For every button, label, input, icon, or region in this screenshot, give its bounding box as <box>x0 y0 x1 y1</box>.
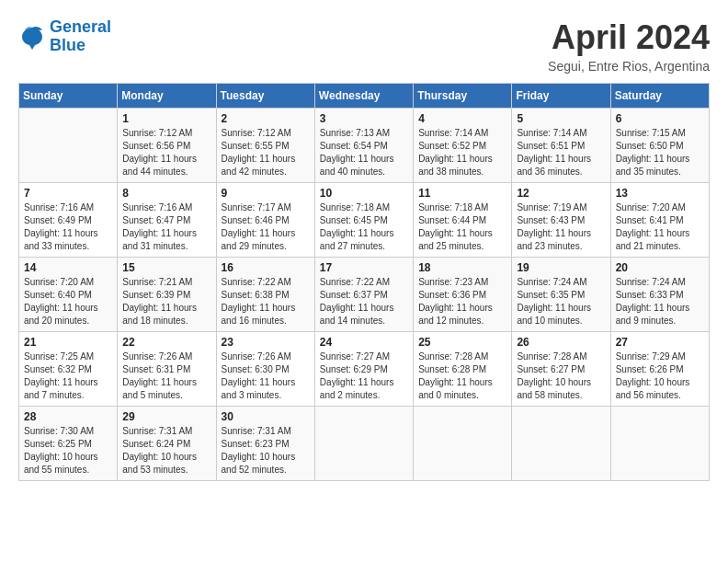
calendar-cell <box>314 407 413 481</box>
weekday-header-monday: Monday <box>118 84 216 109</box>
day-number: 30 <box>222 410 310 423</box>
logo-icon <box>18 24 46 50</box>
day-info: Sunrise: 7:17 AM Sunset: 6:46 PM Dayligh… <box>222 201 310 253</box>
calendar-week-row: 21Sunrise: 7:25 AM Sunset: 6:32 PM Dayli… <box>19 332 710 407</box>
day-info: Sunrise: 7:16 AM Sunset: 6:49 PM Dayligh… <box>24 201 112 253</box>
calendar-cell <box>610 407 709 481</box>
weekday-header-saturday: Saturday <box>610 84 709 109</box>
day-info: Sunrise: 7:29 AM Sunset: 6:26 PM Dayligh… <box>616 350 704 402</box>
day-number: 20 <box>616 261 704 274</box>
day-number: 21 <box>24 336 112 349</box>
day-number: 7 <box>24 187 112 200</box>
day-info: Sunrise: 7:28 AM Sunset: 6:28 PM Dayligh… <box>418 350 506 402</box>
day-info: Sunrise: 7:15 AM Sunset: 6:50 PM Dayligh… <box>616 127 704 178</box>
day-number: 5 <box>517 112 605 125</box>
calendar-cell: 2Sunrise: 7:12 AM Sunset: 6:55 PM Daylig… <box>216 109 314 183</box>
day-number: 17 <box>320 261 408 274</box>
calendar-table: SundayMondayTuesdayWednesdayThursdayFrid… <box>18 83 710 481</box>
day-info: Sunrise: 7:26 AM Sunset: 6:31 PM Dayligh… <box>122 350 210 402</box>
calendar-subtitle: Segui, Entre Rios, Argentina <box>548 59 710 74</box>
day-info: Sunrise: 7:30 AM Sunset: 6:25 PM Dayligh… <box>24 425 112 477</box>
day-number: 9 <box>222 187 310 200</box>
day-number: 27 <box>616 336 704 349</box>
day-number: 19 <box>517 261 605 274</box>
day-number: 2 <box>222 112 310 125</box>
calendar-cell: 20Sunrise: 7:24 AM Sunset: 6:33 PM Dayli… <box>610 258 709 332</box>
day-number: 3 <box>320 112 408 125</box>
calendar-cell: 22Sunrise: 7:26 AM Sunset: 6:31 PM Dayli… <box>118 332 216 407</box>
calendar-cell: 28Sunrise: 7:30 AM Sunset: 6:25 PM Dayli… <box>19 407 118 481</box>
calendar-cell: 18Sunrise: 7:23 AM Sunset: 6:36 PM Dayli… <box>414 258 512 332</box>
day-info: Sunrise: 7:28 AM Sunset: 6:27 PM Dayligh… <box>517 350 605 402</box>
day-number: 6 <box>616 112 704 125</box>
day-number: 24 <box>320 336 408 349</box>
weekday-header-sunday: Sunday <box>19 84 118 109</box>
day-number: 29 <box>122 410 210 423</box>
logo-text: General Blue <box>50 18 111 55</box>
day-number: 8 <box>122 187 210 200</box>
calendar-cell <box>512 407 610 481</box>
day-info: Sunrise: 7:31 AM Sunset: 6:23 PM Dayligh… <box>222 425 310 477</box>
calendar-cell: 3Sunrise: 7:13 AM Sunset: 6:54 PM Daylig… <box>314 109 413 183</box>
calendar-cell: 5Sunrise: 7:14 AM Sunset: 6:51 PM Daylig… <box>512 109 610 183</box>
calendar-cell: 17Sunrise: 7:22 AM Sunset: 6:37 PM Dayli… <box>314 258 413 332</box>
day-info: Sunrise: 7:16 AM Sunset: 6:47 PM Dayligh… <box>122 201 210 253</box>
weekday-header-tuesday: Tuesday <box>216 84 314 109</box>
calendar-cell: 6Sunrise: 7:15 AM Sunset: 6:50 PM Daylig… <box>610 109 709 183</box>
weekday-header-row: SundayMondayTuesdayWednesdayThursdayFrid… <box>19 84 710 109</box>
day-number: 14 <box>24 261 112 274</box>
calendar-cell: 24Sunrise: 7:27 AM Sunset: 6:29 PM Dayli… <box>314 332 413 407</box>
calendar-cell: 25Sunrise: 7:28 AM Sunset: 6:28 PM Dayli… <box>414 332 512 407</box>
calendar-cell <box>414 407 512 481</box>
header: General Blue April 2024 Segui, Entre Rio… <box>18 18 710 74</box>
calendar-cell: 7Sunrise: 7:16 AM Sunset: 6:49 PM Daylig… <box>19 183 118 258</box>
day-info: Sunrise: 7:18 AM Sunset: 6:45 PM Dayligh… <box>320 201 408 253</box>
day-info: Sunrise: 7:19 AM Sunset: 6:43 PM Dayligh… <box>517 201 605 253</box>
day-info: Sunrise: 7:13 AM Sunset: 6:54 PM Dayligh… <box>320 127 408 178</box>
calendar-cell: 4Sunrise: 7:14 AM Sunset: 6:52 PM Daylig… <box>414 109 512 183</box>
day-number: 13 <box>616 187 704 200</box>
calendar-cell: 12Sunrise: 7:19 AM Sunset: 6:43 PM Dayli… <box>512 183 610 258</box>
day-info: Sunrise: 7:12 AM Sunset: 6:55 PM Dayligh… <box>222 127 310 178</box>
weekday-header-thursday: Thursday <box>414 84 512 109</box>
weekday-header-friday: Friday <box>512 84 610 109</box>
day-info: Sunrise: 7:26 AM Sunset: 6:30 PM Dayligh… <box>222 350 310 402</box>
calendar-cell: 8Sunrise: 7:16 AM Sunset: 6:47 PM Daylig… <box>118 183 216 258</box>
day-number: 26 <box>517 336 605 349</box>
calendar-cell: 19Sunrise: 7:24 AM Sunset: 6:35 PM Dayli… <box>512 258 610 332</box>
day-info: Sunrise: 7:18 AM Sunset: 6:44 PM Dayligh… <box>418 201 506 253</box>
calendar-cell: 1Sunrise: 7:12 AM Sunset: 6:56 PM Daylig… <box>118 109 216 183</box>
calendar-title: April 2024 <box>548 18 710 57</box>
day-number: 15 <box>122 261 210 274</box>
day-info: Sunrise: 7:23 AM Sunset: 6:36 PM Dayligh… <box>418 276 506 327</box>
calendar-week-row: 7Sunrise: 7:16 AM Sunset: 6:49 PM Daylig… <box>19 183 710 258</box>
day-number: 23 <box>222 336 310 349</box>
logo: General Blue <box>18 18 111 55</box>
day-number: 28 <box>24 410 112 423</box>
calendar-cell <box>19 109 118 183</box>
weekday-header-wednesday: Wednesday <box>314 84 413 109</box>
calendar-cell: 15Sunrise: 7:21 AM Sunset: 6:39 PM Dayli… <box>118 258 216 332</box>
day-info: Sunrise: 7:14 AM Sunset: 6:52 PM Dayligh… <box>418 127 506 178</box>
calendar-cell: 14Sunrise: 7:20 AM Sunset: 6:40 PM Dayli… <box>19 258 118 332</box>
calendar-cell: 23Sunrise: 7:26 AM Sunset: 6:30 PM Dayli… <box>216 332 314 407</box>
day-number: 16 <box>222 261 310 274</box>
day-info: Sunrise: 7:22 AM Sunset: 6:37 PM Dayligh… <box>320 276 408 327</box>
calendar-cell: 16Sunrise: 7:22 AM Sunset: 6:38 PM Dayli… <box>216 258 314 332</box>
calendar-cell: 29Sunrise: 7:31 AM Sunset: 6:24 PM Dayli… <box>118 407 216 481</box>
day-info: Sunrise: 7:14 AM Sunset: 6:51 PM Dayligh… <box>517 127 605 178</box>
day-number: 10 <box>320 187 408 200</box>
day-number: 25 <box>418 336 506 349</box>
calendar-cell: 30Sunrise: 7:31 AM Sunset: 6:23 PM Dayli… <box>216 407 314 481</box>
day-info: Sunrise: 7:27 AM Sunset: 6:29 PM Dayligh… <box>320 350 408 402</box>
calendar-week-row: 28Sunrise: 7:30 AM Sunset: 6:25 PM Dayli… <box>19 407 710 481</box>
calendar-cell: 11Sunrise: 7:18 AM Sunset: 6:44 PM Dayli… <box>414 183 512 258</box>
calendar-cell: 10Sunrise: 7:18 AM Sunset: 6:45 PM Dayli… <box>314 183 413 258</box>
day-info: Sunrise: 7:24 AM Sunset: 6:33 PM Dayligh… <box>616 276 704 327</box>
day-number: 1 <box>122 112 210 125</box>
day-number: 22 <box>122 336 210 349</box>
day-info: Sunrise: 7:21 AM Sunset: 6:39 PM Dayligh… <box>122 276 210 327</box>
day-info: Sunrise: 7:25 AM Sunset: 6:32 PM Dayligh… <box>24 350 112 402</box>
calendar-cell: 9Sunrise: 7:17 AM Sunset: 6:46 PM Daylig… <box>216 183 314 258</box>
day-info: Sunrise: 7:20 AM Sunset: 6:40 PM Dayligh… <box>24 276 112 327</box>
